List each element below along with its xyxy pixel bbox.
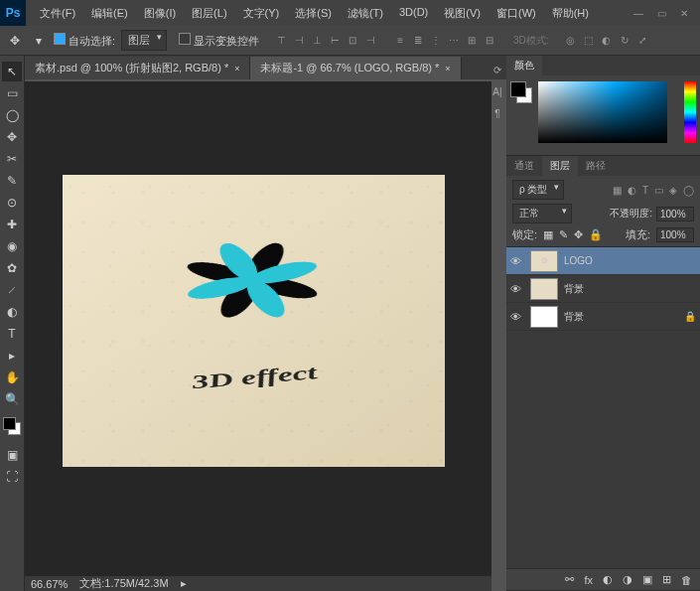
dist-5-icon[interactable]: ⊞ bbox=[464, 33, 480, 49]
link-layers-icon[interactable]: ⚯ bbox=[565, 573, 574, 586]
tool-move[interactable]: ↖ bbox=[2, 62, 22, 81]
adjustment-icon[interactable]: ◑ bbox=[623, 573, 632, 586]
3d-3-icon[interactable]: ◐ bbox=[599, 33, 615, 49]
menu-3d[interactable]: 3D(D) bbox=[391, 2, 436, 25]
lock-all-icon[interactable]: 🔒 bbox=[589, 228, 603, 241]
close-button[interactable]: ✕ bbox=[680, 8, 688, 19]
close-icon[interactable]: × bbox=[445, 64, 450, 74]
filter-type-icon[interactable]: T bbox=[642, 185, 648, 196]
tool-heal[interactable]: ⊙ bbox=[2, 193, 22, 213]
status-arrow-icon[interactable]: ▸ bbox=[181, 577, 187, 590]
paths-tab[interactable]: 路径 bbox=[578, 156, 614, 176]
dist-1-icon[interactable]: ≡ bbox=[392, 33, 408, 49]
layer-row[interactable]: 👁 ✿ LOGO bbox=[506, 247, 700, 275]
lock-paint-icon[interactable]: ✎ bbox=[559, 228, 568, 241]
fx-icon[interactable]: fx bbox=[584, 574, 593, 586]
layers-tab[interactable]: 图层 bbox=[542, 156, 578, 176]
3d-4-icon[interactable]: ↻ bbox=[617, 33, 632, 49]
layer-filter-dropdown[interactable]: ρ 类型 bbox=[512, 180, 564, 200]
menu-select[interactable]: 选择(S) bbox=[287, 2, 340, 25]
dist-3-icon[interactable]: ⋮ bbox=[428, 33, 444, 49]
align-bottom-icon[interactable]: ⊥ bbox=[309, 33, 325, 49]
dist-6-icon[interactable]: ⊟ bbox=[482, 33, 497, 49]
new-layer-icon[interactable]: ⊞ bbox=[662, 573, 671, 586]
color-tab[interactable]: 颜色 bbox=[506, 56, 542, 75]
menu-edit[interactable]: 编辑(E) bbox=[83, 2, 136, 25]
menu-view[interactable]: 视图(V) bbox=[436, 2, 489, 25]
fill-input[interactable]: 100% bbox=[656, 227, 694, 242]
tool-crop[interactable]: ✂ bbox=[2, 149, 22, 169]
document-tab-2[interactable]: 未标题-1 @ 66.7% (LOGO, RGB/8) *× bbox=[250, 57, 461, 79]
3d-2-icon[interactable]: ⬚ bbox=[581, 33, 597, 49]
mask-icon[interactable]: ◐ bbox=[603, 573, 613, 586]
filter-adjust-icon[interactable]: ◐ bbox=[628, 185, 636, 196]
layer-thumb[interactable] bbox=[530, 278, 558, 300]
tool-hand[interactable]: ✋ bbox=[2, 368, 22, 387]
tool-zoom[interactable]: 🔍 bbox=[2, 389, 22, 409]
close-icon[interactable]: × bbox=[234, 64, 239, 74]
visibility-icon[interactable]: 👁 bbox=[510, 255, 524, 267]
tool-lasso[interactable]: ◯ bbox=[2, 105, 22, 125]
tool-eyedropper[interactable]: ✎ bbox=[2, 171, 22, 191]
doc-info[interactable]: 文档:1.75M/42.3M bbox=[79, 576, 168, 591]
tool-marquee[interactable]: ▭ bbox=[2, 83, 22, 103]
canvas[interactable]: 3D effect bbox=[63, 175, 445, 467]
menu-help[interactable]: 帮助(H) bbox=[544, 2, 597, 25]
tool-eraser[interactable]: ⟋ bbox=[2, 280, 22, 300]
layer-name[interactable]: 背景 bbox=[564, 310, 584, 324]
layer-thumb[interactable] bbox=[530, 306, 558, 328]
tool-path[interactable]: ▸ bbox=[2, 346, 22, 366]
char-panel-icon[interactable]: A| bbox=[489, 83, 506, 99]
color-picker[interactable] bbox=[506, 75, 700, 155]
menu-image[interactable]: 图像(I) bbox=[136, 2, 184, 25]
menu-layer[interactable]: 图层(L) bbox=[184, 2, 234, 25]
picker-swatch[interactable] bbox=[510, 81, 532, 103]
mask-mode-icon[interactable]: ▣ bbox=[2, 445, 22, 465]
show-transform-checkbox[interactable]: 显示变换控件 bbox=[179, 33, 259, 49]
visibility-icon[interactable]: 👁 bbox=[510, 311, 524, 323]
tool-gradient[interactable]: ◐ bbox=[2, 302, 22, 322]
filter-smart-icon[interactable]: ◈ bbox=[669, 185, 677, 196]
canvas-area[interactable]: 3D effect bbox=[25, 81, 491, 576]
dist-2-icon[interactable]: ≣ bbox=[410, 33, 426, 49]
para-panel-icon[interactable]: ¶ bbox=[489, 105, 506, 121]
menu-type[interactable]: 文字(Y) bbox=[235, 2, 288, 25]
filter-shape-icon[interactable]: ▭ bbox=[654, 185, 663, 196]
tool-history[interactable]: ✿ bbox=[2, 258, 22, 278]
history-panel-icon[interactable]: ⟳ bbox=[489, 62, 506, 77]
align-right-icon[interactable]: ⊣ bbox=[362, 33, 378, 49]
document-tab-1[interactable]: 素材.psd @ 100% (折射贴图2, RGB/8) *× bbox=[25, 57, 250, 79]
dist-4-icon[interactable]: ⋯ bbox=[446, 33, 462, 49]
tool-type[interactable]: T bbox=[2, 324, 22, 344]
blend-mode-dropdown[interactable]: 正常 bbox=[512, 204, 572, 223]
layer-name[interactable]: LOGO bbox=[564, 255, 593, 266]
menu-filter[interactable]: 滤镜(T) bbox=[340, 2, 391, 25]
layer-row[interactable]: 👁 背景 🔒 bbox=[506, 303, 700, 331]
delete-icon[interactable]: 🗑 bbox=[681, 574, 692, 586]
opacity-input[interactable]: 100% bbox=[656, 207, 694, 222]
menu-window[interactable]: 窗口(W) bbox=[489, 2, 544, 25]
3d-1-icon[interactable]: ◎ bbox=[563, 33, 579, 49]
channels-tab[interactable]: 通道 bbox=[506, 156, 542, 176]
visibility-icon[interactable]: 👁 bbox=[510, 283, 524, 295]
lock-pos-icon[interactable]: ✥ bbox=[574, 228, 583, 241]
tool-stamp[interactable]: ◉ bbox=[2, 236, 22, 256]
color-swatch[interactable] bbox=[3, 417, 21, 435]
hue-strip[interactable] bbox=[684, 81, 696, 143]
3d-5-icon[interactable]: ⤢ bbox=[634, 33, 650, 49]
lock-trans-icon[interactable]: ▦ bbox=[543, 228, 553, 241]
filter-pixel-icon[interactable]: ▦ bbox=[613, 185, 622, 196]
layer-row[interactable]: 👁 背景 bbox=[506, 275, 700, 303]
zoom-level[interactable]: 66.67% bbox=[31, 578, 68, 590]
align-center-icon[interactable]: ⊡ bbox=[345, 33, 360, 49]
layer-name[interactable]: 背景 bbox=[564, 282, 584, 296]
align-left-icon[interactable]: ⊢ bbox=[327, 33, 343, 49]
color-field[interactable] bbox=[538, 81, 667, 143]
tool-brush[interactable]: ✚ bbox=[2, 215, 22, 234]
align-middle-icon[interactable]: ⊣ bbox=[291, 33, 307, 49]
align-top-icon[interactable]: ⊤ bbox=[273, 33, 289, 49]
filter-toggle-icon[interactable]: ◯ bbox=[683, 185, 694, 196]
tool-wand[interactable]: ✥ bbox=[2, 127, 22, 147]
restore-button[interactable]: ▭ bbox=[657, 8, 666, 19]
screen-mode-icon[interactable]: ⛶ bbox=[2, 467, 22, 487]
